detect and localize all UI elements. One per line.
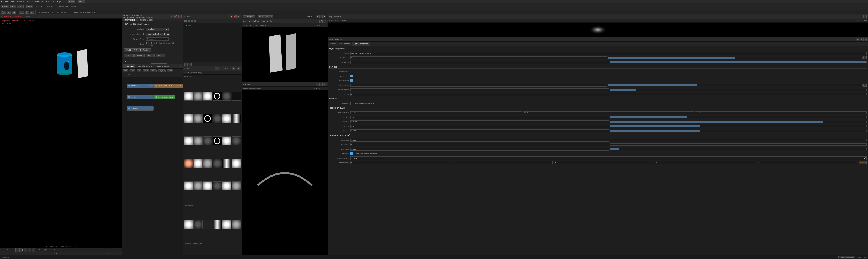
light-thumb-14[interactable] xyxy=(193,136,203,145)
node-tab-assetbrowser[interactable]: Asset Browser xyxy=(155,64,171,68)
end-btn[interactable]: ▶| xyxy=(323,15,326,18)
props-lightfrontpos-x[interactable] xyxy=(350,111,522,114)
light-thumb-21[interactable] xyxy=(203,159,212,168)
preview-close[interactable]: × xyxy=(864,15,867,18)
node-edit-btn[interactable]: Edit xyxy=(130,69,135,72)
menu-render[interactable]: Render xyxy=(17,0,24,3)
props-spread-slider[interactable] xyxy=(610,93,867,95)
props-handlez-slider[interactable] xyxy=(610,148,867,150)
menu-windows[interactable]: Windows xyxy=(35,0,43,3)
light-list-pin[interactable]: 📌 xyxy=(234,15,237,18)
light-thumb-26[interactable] xyxy=(193,181,203,190)
props-opacity-slider[interactable] xyxy=(610,61,867,63)
props-smartdolly-slider[interactable] xyxy=(608,84,863,86)
node-go-btn[interactable]: Go xyxy=(136,69,141,72)
node-tab-treeview[interactable]: Tree View xyxy=(123,64,135,68)
light-list-settings[interactable]: ⚙ xyxy=(230,15,233,18)
props-settings[interactable]: ⚙ xyxy=(856,38,860,41)
light-thumb-31[interactable] xyxy=(184,220,193,229)
light-thumb-4[interactable] xyxy=(213,92,222,101)
props-brightness-input[interactable] xyxy=(350,57,607,59)
props-pin[interactable]: 📌 xyxy=(860,38,863,41)
hdr-tab-scene-export[interactable]: Scene Export xyxy=(138,19,155,21)
light-thumb-25[interactable] xyxy=(184,181,193,190)
props-spread-input[interactable] xyxy=(350,93,609,96)
lights-dropdown[interactable]: ▼ xyxy=(215,67,219,70)
props-arealight-check[interactable] xyxy=(350,75,353,77)
light-thumb-3[interactable] xyxy=(203,92,212,101)
light-thumb-6[interactable] xyxy=(232,92,241,101)
props-handlex-slider[interactable] xyxy=(610,139,867,141)
frame-input[interactable]: 1 xyxy=(44,249,47,251)
light-thumb-15[interactable] xyxy=(203,136,212,145)
props-dollymult-slider[interactable] xyxy=(610,89,867,91)
props-handley-slider[interactable] xyxy=(610,143,867,145)
light-thumb-28[interactable] xyxy=(213,181,222,190)
camera-button[interactable]: 📷 xyxy=(1,11,6,13)
light-default-item[interactable]: Default xyxy=(184,24,241,27)
light-thumb-24[interactable] xyxy=(232,159,241,168)
node-tab-matpalette[interactable]: Material Palette xyxy=(137,64,154,68)
props-camvis-check[interactable] xyxy=(350,79,353,82)
light-thumb-35[interactable] xyxy=(222,220,231,229)
hdr-hide-btn[interactable]: Hide xyxy=(146,54,155,57)
status-keyall[interactable]: Key All Channels xyxy=(838,256,855,258)
hdr-settings-icon[interactable]: ⚙ xyxy=(170,15,174,18)
light-thumb-7[interactable] xyxy=(184,114,193,123)
light-thumb-2[interactable] xyxy=(193,92,203,101)
props-smartdolly-input[interactable] xyxy=(350,84,607,87)
rotate-tool[interactable]: ↻ xyxy=(25,11,29,13)
scale-tool[interactable]: ⤢ xyxy=(30,11,34,13)
light-thumb-16[interactable] xyxy=(213,136,222,145)
light-thumb-20[interactable] xyxy=(193,159,203,168)
menu-edit[interactable]: Edit xyxy=(5,0,8,3)
node-help-btn[interactable]: Help xyxy=(167,69,173,72)
node-layout-btn[interactable]: Layout xyxy=(158,69,166,72)
props-rotmode-select[interactable]: Y-lock xyxy=(350,157,867,160)
node-tools-btn[interactable]: Tools xyxy=(150,69,157,72)
play-start-btn[interactable]: |◀ xyxy=(16,248,19,252)
light-thumb-29[interactable] xyxy=(222,181,231,190)
props-name-input[interactable] xyxy=(350,52,867,55)
props-height-input[interactable] xyxy=(350,129,609,132)
node-rs-hook[interactable]: My_Redshift_Hook xyxy=(154,95,175,99)
light-add-btn[interactable]: + xyxy=(184,63,188,66)
light-thumb-27[interactable] xyxy=(203,181,212,190)
props-height-slider[interactable] xyxy=(610,130,867,132)
lights-close-btn[interactable]: × xyxy=(237,67,240,70)
props-reset-btn[interactable]: Reset! xyxy=(859,161,867,164)
props-brightness-slider[interactable] xyxy=(608,57,863,59)
props-dollymult-input[interactable] xyxy=(350,88,609,91)
props-adj-2[interactable] xyxy=(452,161,553,164)
light-remove-btn[interactable]: - xyxy=(188,63,192,66)
render-view-pin[interactable]: 📌 xyxy=(319,20,322,23)
node-shader1[interactable]: shader1 xyxy=(127,84,154,88)
props-handlex-input[interactable] xyxy=(350,139,609,141)
hdr-stop-btn[interactable]: Stop xyxy=(156,54,165,57)
props-rotations-check[interactable] xyxy=(350,152,353,155)
hdr-show-btn[interactable]: Show xyxy=(134,54,145,57)
tab-light-props[interactable]: Light Properties xyxy=(352,41,370,46)
play-stop-btn[interactable]: ■ xyxy=(24,248,27,252)
render-button[interactable]: Render xyxy=(1,5,9,8)
move-label[interactable]: Move (M) xyxy=(243,15,255,18)
light-thumb-17[interactable] xyxy=(222,136,231,145)
canvas-pin[interactable]: 📌 xyxy=(319,83,322,86)
hdr-exit-btn[interactable]: Exit to HDR Light Studio xyxy=(124,48,151,52)
light-thumb-1[interactable] xyxy=(184,92,193,101)
props-lightfrontpos-z[interactable] xyxy=(695,111,867,114)
hdr-send-btn[interactable]: Send xyxy=(124,54,133,57)
light-thumb-12[interactable] xyxy=(232,114,241,123)
light-thumb-11[interactable] xyxy=(222,114,231,123)
play-fwd-btn[interactable]: ▶ xyxy=(28,248,31,252)
props-maintain-check[interactable] xyxy=(350,102,353,105)
reflection-label[interactable]: Reflection (D) xyxy=(258,15,273,18)
canvas-settings[interactable]: ⚙ xyxy=(316,83,319,86)
node-matnet1[interactable]: matnet1 xyxy=(127,106,154,111)
menu-redshift[interactable]: Redshift xyxy=(46,0,54,3)
node-view-btn[interactable]: View xyxy=(143,69,149,72)
save-button[interactable]: Save xyxy=(26,5,33,8)
light-thumb-9[interactable] xyxy=(203,114,212,123)
grid-button[interactable]: ⊞ xyxy=(12,11,16,13)
props-smartdolly-icon[interactable]: ↑ xyxy=(864,84,867,87)
